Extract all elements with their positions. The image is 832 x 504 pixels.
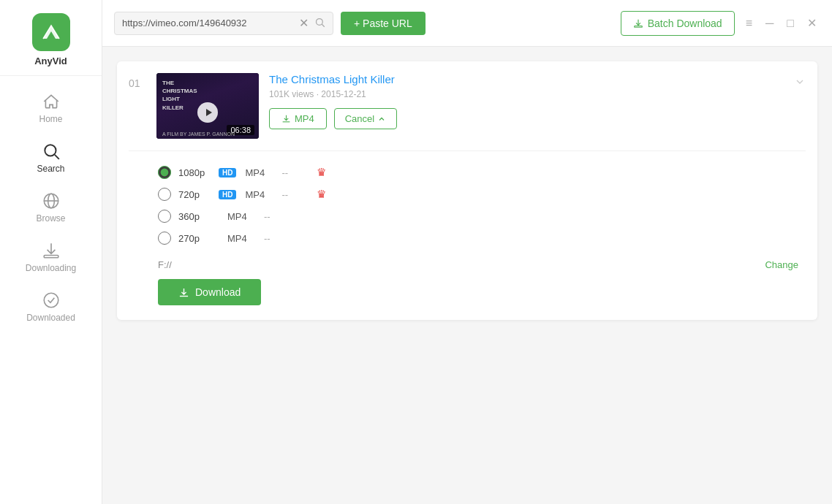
url-area: ✕ + Paste URL	[114, 12, 426, 35]
quality-res-270p: 270p	[178, 233, 227, 244]
main-area: ✕ + Paste URL Batch Download ≡	[102, 0, 832, 504]
video-number: 01	[129, 73, 146, 89]
sidebar-item-browse-label: Browse	[36, 213, 65, 224]
change-path-button[interactable]: Change	[765, 259, 806, 270]
download-button[interactable]: Download	[158, 279, 261, 305]
sidebar-item-home[interactable]: Home	[0, 83, 102, 133]
topbar: ✕ + Paste URL Batch Download ≡	[102, 0, 832, 47]
quality-format-360p: MP4	[227, 211, 264, 222]
video-meta: 101K views · 2015-12-21	[269, 89, 784, 99]
svg-marker-10	[206, 109, 212, 116]
svg-point-6	[44, 293, 58, 308]
mp4-button[interactable]: MP4	[269, 108, 327, 129]
play-button[interactable]	[197, 102, 218, 123]
logo-area: AnyVid	[0, 0, 102, 76]
quality-res-360p: 360p	[178, 211, 227, 222]
batch-download-button[interactable]: Batch Download	[621, 11, 735, 36]
svg-point-7	[317, 18, 323, 25]
quality-row-270p: 270p MP4 --	[158, 227, 806, 249]
save-path-row: F:// Change	[129, 259, 806, 270]
maximize-button[interactable]: □	[783, 15, 798, 31]
minimize-button[interactable]: ─	[762, 15, 777, 31]
premium-icon-1080p: ♛	[317, 166, 326, 179]
content-area: 01 THECHRISTMASLIGHTKILLER A FILM BY JAM…	[102, 47, 832, 504]
window-controls: ≡ ─ □ ✕	[742, 15, 820, 31]
video-thumbnail[interactable]: THECHRISTMASLIGHTKILLER A FILM BY JAMES …	[156, 73, 259, 139]
video-actions: MP4 Cancel	[269, 108, 784, 129]
quality-format-270p: MP4	[227, 233, 264, 244]
quality-format-720p: MP4	[245, 189, 281, 200]
quality-size-720p: --	[281, 189, 311, 200]
close-button[interactable]: ✕	[803, 15, 820, 31]
sidebar-item-home-label: Home	[39, 114, 62, 124]
quality-size-1080p: --	[281, 167, 311, 178]
quality-format-1080p: MP4	[245, 167, 281, 178]
app-name: AnyVid	[34, 56, 67, 66]
sidebar-item-search-label: Search	[37, 164, 64, 174]
video-header: 01 THECHRISTMASLIGHTKILLER A FILM BY JAM…	[129, 73, 806, 139]
hd-badge-720p: HD	[219, 190, 236, 199]
svg-rect-9	[634, 26, 642, 27]
expand-icon[interactable]	[794, 73, 806, 91]
sidebar-item-browse[interactable]: Browse	[0, 183, 102, 232]
quality-row-1080p: 1080p HD MP4 -- ♛	[158, 161, 806, 183]
app-logo	[32, 13, 70, 51]
quality-radio-270p[interactable]	[158, 232, 171, 245]
sidebar-item-downloaded-label: Downloaded	[26, 313, 75, 323]
quality-row-720p: 720p HD MP4 -- ♛	[158, 183, 806, 205]
quality-res-1080p: 1080p	[178, 167, 219, 178]
svg-rect-5	[44, 256, 58, 258]
sidebar-item-downloading[interactable]: Downloading	[0, 232, 102, 282]
url-clear-button[interactable]: ✕	[298, 18, 310, 29]
sidebar: AnyVid Home Search Browse	[0, 0, 102, 504]
sidebar-item-downloading-label: Downloading	[26, 263, 76, 273]
sidebar-item-downloaded[interactable]: Downloaded	[0, 282, 102, 332]
mp4-label: MP4	[295, 113, 314, 124]
quality-radio-360p[interactable]	[158, 210, 171, 223]
quality-options: 1080p HD MP4 -- ♛ 720p HD MP4 -- ♛	[129, 150, 806, 249]
search-icon	[314, 17, 325, 30]
svg-point-0	[45, 145, 56, 156]
quality-radio-1080p[interactable]	[158, 166, 171, 179]
batch-download-label: Batch Download	[648, 18, 722, 29]
quality-size-360p: --	[264, 211, 293, 222]
url-input-wrapper: ✕	[114, 12, 333, 35]
quality-radio-720p[interactable]	[158, 188, 171, 201]
hd-badge-1080p: HD	[219, 168, 236, 177]
topbar-right: Batch Download ≡ ─ □ ✕	[621, 11, 820, 36]
nav-items: Home Search Browse Downloading	[0, 76, 102, 332]
menu-button[interactable]: ≡	[742, 15, 756, 31]
download-btn-row: Download	[129, 279, 806, 305]
video-info: The Christmas Light Killer 101K views · …	[269, 73, 784, 129]
video-title-highlight: Christmas Light Killer	[291, 73, 395, 85]
thumb-title-text: THECHRISTMASLIGHTKILLER	[162, 79, 197, 112]
sidebar-item-search[interactable]: Search	[0, 133, 102, 183]
premium-icon-720p: ♛	[317, 188, 326, 201]
quality-size-270p: --	[264, 233, 293, 244]
download-label: Download	[195, 286, 241, 298]
thumb-filmmaker: A FILM BY JAMES P. GANNON	[162, 131, 235, 137]
cancel-button[interactable]: Cancel	[334, 108, 397, 129]
quality-res-720p: 720p	[178, 189, 219, 200]
video-card: 01 THECHRISTMASLIGHTKILLER A FILM BY JAM…	[117, 61, 817, 320]
svg-line-8	[322, 24, 324, 26]
save-path-label: F://	[158, 259, 172, 270]
cancel-label: Cancel	[345, 113, 374, 124]
paste-url-button[interactable]: + Paste URL	[341, 12, 426, 35]
quality-row-360p: 360p MP4 --	[158, 205, 806, 227]
svg-line-1	[54, 155, 58, 159]
video-title-prefix: The	[269, 73, 291, 85]
url-input[interactable]	[122, 18, 293, 28]
video-title: The Christmas Light Killer	[269, 73, 784, 85]
